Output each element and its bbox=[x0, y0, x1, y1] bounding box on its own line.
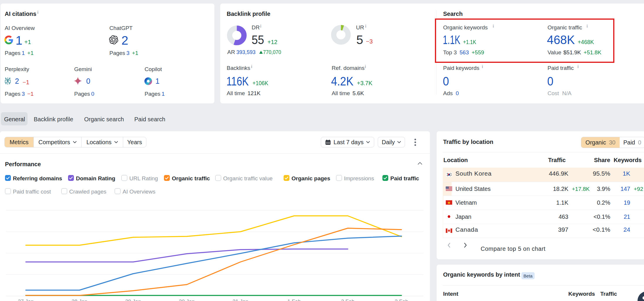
svg-text:30 Jan: 30 Jan bbox=[179, 299, 195, 301]
svg-text:2 Feb: 2 Feb bbox=[341, 299, 355, 301]
svg-text:1 Feb: 1 Feb bbox=[287, 299, 301, 301]
svg-text:3 Feb: 3 Feb bbox=[395, 299, 408, 301]
svg-text:28 Jan: 28 Jan bbox=[72, 299, 87, 301]
svg-text:29 Jan: 29 Jan bbox=[125, 299, 141, 301]
svg-text:31 Jan: 31 Jan bbox=[233, 299, 248, 301]
svg-text:27 Jan: 27 Jan bbox=[18, 299, 34, 301]
